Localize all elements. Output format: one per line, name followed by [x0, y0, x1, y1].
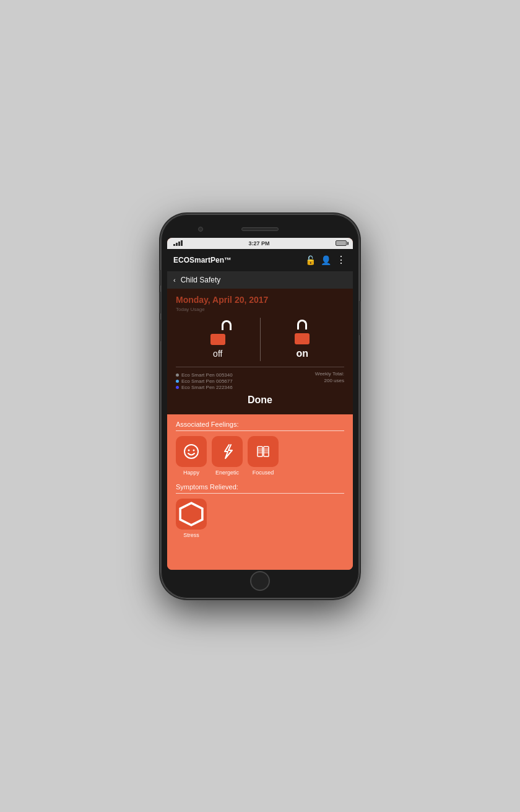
happy-icon: [183, 443, 200, 460]
status-bar: 3:27 PM: [167, 238, 353, 249]
lock-open-icon[interactable]: 🔓: [305, 255, 316, 265]
svg-point-0: [184, 445, 198, 458]
header-icons: 🔓 👤 ⋮: [305, 254, 347, 266]
associated-feelings-title: Associated Feelings:: [176, 421, 344, 431]
list-item: Eco Smart Pen 005340: [176, 372, 233, 378]
weekly-info: Weekly Total: 200 uses: [315, 370, 344, 383]
phone-device: 3:27 PM ECOSmartPen™ 🔓 👤 ⋮ ‹ Child Safet…: [161, 214, 359, 598]
signal-bar-4: [181, 240, 183, 246]
feelings-row: Happy Energetic: [176, 436, 344, 476]
volume-mute-button[interactable]: [159, 270, 161, 286]
energetic-icon: [219, 443, 236, 460]
symptoms-relieved-title: Symptoms Relieved:: [176, 483, 344, 494]
lock-unlocked-icon: [207, 320, 229, 345]
energetic-icon-box: [212, 436, 243, 467]
lock-locked-icon: [291, 320, 313, 344]
user-icon[interactable]: 👤: [321, 255, 331, 265]
feeling-energetic[interactable]: Energetic: [212, 436, 243, 476]
logo-eco: ECO: [173, 256, 189, 264]
signal-bar-2: [176, 243, 178, 246]
pen-weekly-row: Eco Smart Pen 005340 Eco Smart Pen 00567…: [176, 370, 344, 391]
pen-dot: [176, 380, 179, 383]
shackle-locked: [297, 320, 307, 330]
shackle-unlocked: [222, 320, 232, 330]
lock-toggle-row: off on: [176, 317, 344, 362]
happy-label: Happy: [183, 469, 199, 476]
pen-label: Eco Smart Pen 005340: [181, 372, 233, 378]
app-header: ECOSmartPen™ 🔓 👤 ⋮: [167, 249, 353, 271]
signal-bar-3: [178, 242, 180, 246]
signal-bar-1: [173, 244, 175, 246]
home-button[interactable]: [250, 571, 270, 591]
symptoms-row: Stress: [176, 499, 344, 538]
logo-smartpen: SmartPen™: [189, 256, 232, 264]
phone-screen: 3:27 PM ECOSmartPen™ 🔓 👤 ⋮ ‹ Child Safet…: [167, 238, 353, 570]
clock: 3:27 PM: [248, 240, 269, 247]
lock-on-label: on: [296, 348, 308, 359]
lock-body-on: [295, 333, 310, 344]
stress-label: Stress: [183, 532, 199, 538]
weekly-total-label: Weekly Total:: [315, 371, 344, 377]
volume-down-button[interactable]: [159, 320, 161, 341]
pen-dot: [176, 386, 179, 389]
pen-dot: [176, 373, 179, 377]
lock-on-option[interactable]: on: [261, 317, 345, 362]
list-item: Eco Smart Pen 005677: [176, 378, 233, 384]
signal-strength: [173, 240, 183, 246]
stress-icon-box: [176, 499, 207, 530]
stress-icon: [176, 499, 207, 530]
pen-label: Eco Smart Pen 005677: [181, 378, 233, 384]
pen-list: Eco Smart Pen 005340 Eco Smart Pen 00567…: [176, 372, 233, 391]
list-item: Eco Smart Pen 222346: [176, 385, 233, 390]
feeling-happy[interactable]: Happy: [176, 436, 207, 476]
svg-point-1: [188, 449, 190, 451]
svg-rect-4: [264, 447, 269, 456]
weekly-total-value: 200 uses: [315, 378, 344, 383]
battery-indicator: [336, 240, 347, 246]
symptom-stress[interactable]: Stress: [176, 499, 207, 538]
child-safety-title: Child Safety: [181, 276, 221, 284]
pen-label: Eco Smart Pen 222346: [181, 385, 233, 390]
child-safety-modal: Monday, April 20, 2017 Today Usage off: [167, 289, 353, 414]
camera-lens: [198, 227, 203, 232]
speaker-grille: [241, 227, 279, 231]
svg-point-2: [193, 449, 195, 451]
modal-divider: [176, 367, 344, 367]
done-button[interactable]: Done: [176, 391, 344, 409]
lock-body-off: [210, 334, 225, 345]
svg-marker-11: [180, 503, 202, 525]
volume-up-button[interactable]: [159, 292, 161, 313]
power-button[interactable]: [359, 301, 361, 335]
modal-usage: Today Usage: [176, 307, 344, 312]
back-button[interactable]: ‹: [173, 276, 176, 284]
lock-off-label: off: [213, 349, 222, 359]
lock-off-option[interactable]: off: [176, 318, 261, 361]
feeling-focused[interactable]: Focused: [248, 436, 279, 476]
content-area: Associated Feelings: Happy: [167, 414, 353, 570]
happy-icon-box: [176, 436, 207, 467]
child-safety-bar: ‹ Child Safety: [167, 271, 353, 289]
focused-icon: [254, 443, 272, 460]
focused-icon-box: [248, 436, 279, 467]
modal-date: Monday, April 20, 2017: [176, 295, 344, 305]
svg-rect-3: [258, 447, 262, 456]
energetic-label: Energetic: [215, 469, 239, 476]
app-logo: ECOSmartPen™: [173, 256, 232, 264]
phone-bottom: [167, 570, 353, 592]
focused-label: Focused: [253, 469, 274, 476]
more-icon[interactable]: ⋮: [336, 254, 347, 266]
phone-top-bar: [167, 220, 353, 238]
